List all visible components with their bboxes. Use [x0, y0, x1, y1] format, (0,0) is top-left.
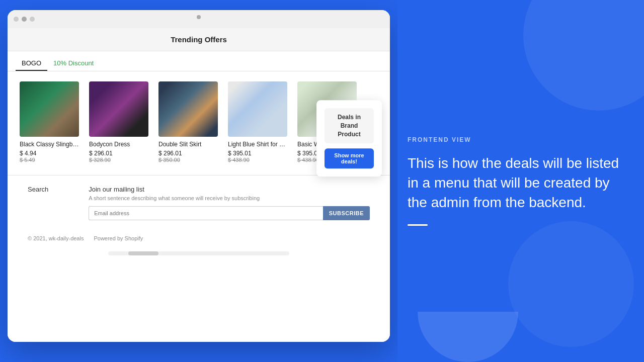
browser-dot-2 — [22, 17, 27, 22]
browser-content: Trending Offers BOGO 10% Discount Black … — [8, 28, 390, 342]
product-price-old: $ 328.90 — [89, 157, 150, 163]
product-image — [89, 81, 148, 137]
subscribe-button[interactable]: SUBSCRIBE — [323, 206, 370, 220]
newsletter-form: SUBSCRIBE — [89, 206, 370, 220]
powered-by: Powered by Shopify — [94, 235, 143, 241]
product-name: Light Blue Shirt for Me — [228, 141, 287, 148]
footer-bottom: © 2021, wk-daily-deals Powered by Shopif… — [8, 230, 390, 249]
show-more-deals-button[interactable]: Show more deals! — [325, 149, 374, 169]
product-price-new: $ 296.01 — [158, 150, 220, 157]
footer-search-link[interactable]: Search — [28, 186, 48, 220]
product-card[interactable]: Double Slit Skirt $ 296.01 $ 350.00 — [154, 79, 224, 167]
tab-bogo[interactable]: BOGO — [16, 56, 47, 71]
scroll-indicator — [108, 251, 289, 255]
right-panel: FRONTEND VIEW This is how the deals will… — [397, 0, 644, 362]
bg-decoration-circle-1 — [523, 0, 644, 111]
tab-discount[interactable]: 10% Discount — [47, 56, 100, 71]
bg-decoration-circle-2 — [508, 221, 634, 347]
product-image — [158, 81, 218, 137]
product-price-old: $ 5.49 — [20, 157, 81, 163]
product-card[interactable]: Bodycon Dress $ 296.01 $ 328.90 — [85, 79, 154, 167]
newsletter-desc: A short sentence describing what someone… — [89, 195, 370, 201]
deals-popup: Deals in Brand Product Show more deals! — [316, 100, 382, 176]
product-image — [20, 81, 79, 137]
product-name: Black Classy Slingbag — [20, 141, 79, 148]
product-name: Bodycon Dress — [89, 141, 148, 148]
trending-header: Trending Offers — [8, 28, 390, 51]
product-card[interactable]: Light Blue Shirt for Me $ 395.01 $ 438.9… — [224, 79, 293, 167]
newsletter-title: Join our mailing list — [89, 186, 370, 193]
product-name: Double Slit Skirt — [158, 141, 218, 148]
accent-line — [408, 224, 428, 226]
copyright-text: © 2021, wk-daily-deals — [28, 235, 84, 241]
deals-popup-label: Deals in Brand Product — [325, 108, 374, 143]
trending-title: Trending Offers — [171, 35, 227, 44]
frontend-label: FRONTEND VIEW — [408, 136, 624, 143]
product-card[interactable]: Black Classy Slingbag $ 4.94 $ 5.49 — [16, 79, 85, 167]
email-input[interactable] — [89, 206, 323, 220]
browser-dot-1 — [14, 17, 19, 22]
tabs-row: BOGO 10% Discount — [8, 51, 390, 71]
product-price-new: $ 395.01 — [228, 150, 289, 157]
bg-decoration-curve — [418, 312, 518, 362]
browser-window: Trending Offers BOGO 10% Discount Black … — [8, 10, 390, 342]
browser-bar — [8, 10, 390, 28]
browser-dot-3 — [30, 17, 35, 22]
main-description: This is how the deals will be listed in … — [408, 153, 624, 213]
footer-newsletter: Join our mailing list A short sentence d… — [89, 186, 370, 220]
products-section: Black Classy Slingbag $ 4.94 $ 5.49 Body… — [8, 71, 390, 175]
product-price-old: $ 438.90 — [228, 157, 289, 163]
product-price-old: $ 350.00 — [158, 157, 220, 163]
footer-section: Search Join our mailing list A short sen… — [8, 175, 390, 230]
product-image — [228, 81, 287, 137]
products-scroll: Black Classy Slingbag $ 4.94 $ 5.49 Body… — [16, 79, 363, 167]
browser-indicator — [197, 15, 201, 19]
scroll-thumb — [128, 251, 158, 255]
left-panel: Trending Offers BOGO 10% Discount Black … — [0, 0, 397, 362]
product-price-new: $ 296.01 — [89, 150, 150, 157]
product-price-new: $ 4.94 — [20, 150, 81, 157]
